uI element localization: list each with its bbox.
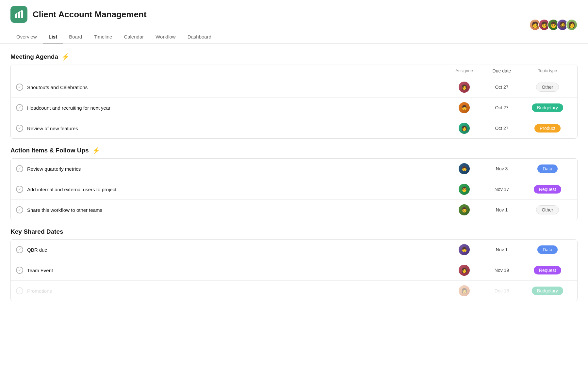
task-label: Review of new features xyxy=(27,126,78,131)
assignee-avatar: 👨 xyxy=(459,163,470,174)
header-top: Client Account Management xyxy=(10,6,147,23)
table-row: ✓ Team Event 👩 Nov 19 Request xyxy=(11,260,577,281)
tab-calendar[interactable]: Calendar xyxy=(118,31,150,43)
assignee-avatar: 👨 xyxy=(459,102,470,113)
badge: Request xyxy=(534,185,561,194)
check-icon[interactable]: ✓ xyxy=(16,165,23,172)
col-due-date: Nov 3 xyxy=(481,166,523,171)
badge: Data xyxy=(537,245,558,254)
app-icon xyxy=(10,6,27,23)
check-icon[interactable]: ✓ xyxy=(16,267,23,274)
tab-timeline[interactable]: Timeline xyxy=(88,31,118,43)
col-due-date: Nov 1 xyxy=(481,247,523,252)
tab-workflow[interactable]: Workflow xyxy=(150,31,181,43)
row-task: ✓ Shoutouts and Celebrations xyxy=(16,84,448,91)
col-assignee: 👩 xyxy=(448,285,481,296)
col-assignee: 👨 xyxy=(448,102,481,113)
col-topic-type: Budgetary xyxy=(523,287,572,295)
row-task: ✓ Promotions xyxy=(16,287,448,294)
col-due-date: Dec 13 xyxy=(481,288,523,293)
check-icon[interactable]: ✓ xyxy=(16,246,23,253)
main-content: Meeting Agenda ⚡ Assignee Due date Topic… xyxy=(0,44,588,313)
table-row: ✓ Add internal and external users to pro… xyxy=(11,179,577,200)
section-meeting-agenda-header: Meeting Agenda ⚡ xyxy=(10,53,578,61)
col-header-topic-type: Topic type xyxy=(523,68,572,73)
bolt-icon: ⚡ xyxy=(61,53,70,61)
task-label: Shoutouts and Celebrations xyxy=(27,85,88,90)
table-row: ✓ Shoutouts and Celebrations 👩 Oct 27 Ot… xyxy=(11,77,577,98)
tab-overview[interactable]: Overview xyxy=(10,31,43,43)
section-key-dates-header: Key Shared Dates xyxy=(10,228,578,235)
col-due-date: Nov 17 xyxy=(481,187,523,192)
check-icon[interactable]: ✓ xyxy=(16,125,23,132)
col-assignee: 👨 xyxy=(448,204,481,215)
badge: Request xyxy=(534,266,561,274)
task-label: Promotions xyxy=(27,288,52,294)
svg-rect-0 xyxy=(15,14,17,18)
col-assignee: 👩 xyxy=(448,82,481,93)
col-assignee: 👨 xyxy=(448,184,481,195)
action-items-table: ✓ Review quarterly metrics 👨 Nov 3 Data … xyxy=(10,158,578,220)
check-icon[interactable]: ✓ xyxy=(16,186,23,193)
col-topic-type: Other xyxy=(523,205,572,214)
col-topic-type: Budgetary xyxy=(523,103,572,112)
task-label: QBR due xyxy=(27,247,47,253)
task-label: Review quarterly metrics xyxy=(27,166,81,172)
col-topic-type: Data xyxy=(523,245,572,254)
assignee-avatar: 👩 xyxy=(459,82,470,93)
check-icon[interactable]: ✓ xyxy=(16,206,23,213)
col-due-date: Oct 27 xyxy=(481,105,523,110)
task-label: Add internal and external users to proje… xyxy=(27,187,117,192)
page-title: Client Account Management xyxy=(33,9,147,20)
task-label: Share this workflow to other teams xyxy=(27,207,102,213)
assignee-avatar: 👨 xyxy=(459,244,470,255)
row-task: ✓ Review quarterly metrics xyxy=(16,165,448,172)
col-topic-type: Other xyxy=(523,83,572,92)
col-assignee: 👩 xyxy=(448,123,481,134)
row-task: ✓ Team Event xyxy=(16,267,448,274)
col-topic-type: Request xyxy=(523,266,572,274)
check-icon[interactable]: ✓ xyxy=(16,84,23,91)
check-icon[interactable]: ✓ xyxy=(16,287,23,294)
badge: Data xyxy=(537,164,558,173)
badge: Budgetary xyxy=(532,103,563,112)
task-label: Team Event xyxy=(27,268,53,273)
col-due-date: Nov 1 xyxy=(481,207,523,212)
nav-tabs: Overview List Board Timeline Calendar Wo… xyxy=(10,31,217,43)
table-row: ✓ Share this workflow to other teams 👨 N… xyxy=(11,200,577,220)
col-topic-type: Product xyxy=(523,124,572,133)
table-row: ✓ Review quarterly metrics 👨 Nov 3 Data xyxy=(11,159,577,179)
row-task: ✓ QBR due xyxy=(16,246,448,253)
badge: Other xyxy=(536,83,559,92)
col-header-task xyxy=(16,68,448,73)
assignee-avatar: 👨 xyxy=(459,184,470,195)
avatar: 👩 xyxy=(566,19,578,31)
col-assignee: 👩 xyxy=(448,265,481,276)
page-header: Client Account Management Overview List … xyxy=(0,0,588,44)
tab-board[interactable]: Board xyxy=(63,31,88,43)
user-avatars: 🧑 👩 👨 🧔 👩 xyxy=(529,19,578,31)
section-key-dates-title: Key Shared Dates xyxy=(10,228,63,235)
check-icon[interactable]: ✓ xyxy=(16,104,23,111)
assignee-avatar: 👩 xyxy=(459,265,470,276)
col-topic-type: Request xyxy=(523,185,572,194)
table-row: ✓ Promotions 👩 Dec 13 Budgetary xyxy=(11,281,577,301)
tab-dashboard[interactable]: Dashboard xyxy=(182,31,217,43)
section-meeting-agenda-title: Meeting Agenda xyxy=(10,53,58,60)
row-task: ✓ Headcount and recruiting for next year xyxy=(16,104,448,111)
assignee-avatar: 👩 xyxy=(459,123,470,134)
table-header: Assignee Due date Topic type xyxy=(11,65,577,77)
col-due-date: Nov 19 xyxy=(481,268,523,273)
col-due-date: Oct 27 xyxy=(481,85,523,90)
tab-list[interactable]: List xyxy=(43,31,63,43)
badge: Other xyxy=(536,205,559,214)
col-due-date: Oct 27 xyxy=(481,126,523,131)
header-left: Client Account Management Overview List … xyxy=(10,6,217,43)
section-action-items-header: Action Items & Follow Ups ⚡ xyxy=(10,147,578,154)
key-dates-table: ✓ QBR due 👨 Nov 1 Data ✓ Team Event 👩 No… xyxy=(10,239,578,301)
row-task: ✓ Add internal and external users to pro… xyxy=(16,186,448,193)
table-row: ✓ QBR due 👨 Nov 1 Data xyxy=(11,240,577,260)
col-topic-type: Data xyxy=(523,164,572,173)
col-assignee: 👨 xyxy=(448,163,481,174)
col-assignee: 👨 xyxy=(448,244,481,255)
